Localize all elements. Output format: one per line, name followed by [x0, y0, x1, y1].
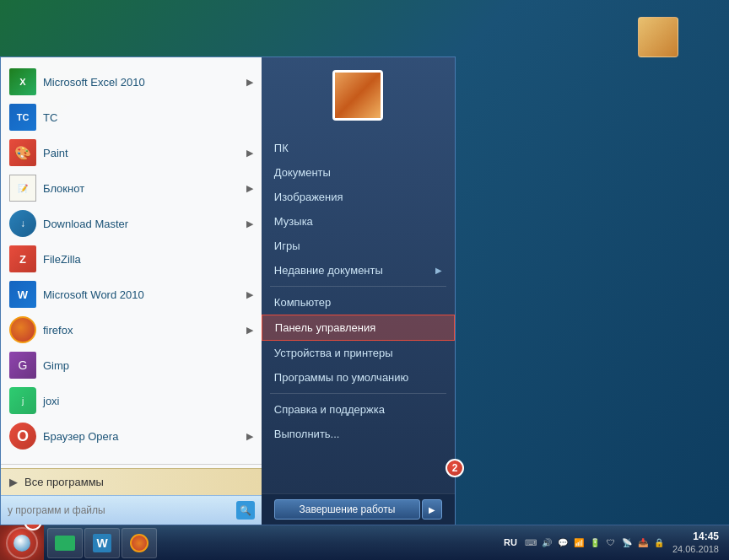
- gimp-icon: G: [9, 352, 36, 379]
- menu-item-filezilla[interactable]: Z FileZilla: [1, 241, 262, 277]
- language-indicator[interactable]: RU: [500, 537, 521, 547]
- help-label: Справка и поддержка: [274, 403, 385, 416]
- menu-item-firefox[interactable]: firefox ▶: [1, 312, 262, 347]
- taskbar-app-word[interactable]: W: [84, 528, 120, 558]
- taskbar-right: RU ⌨ 🔊 💬 📶 🔋 🛡 📡 📥 🔒 14:45 24.06.2018: [500, 530, 729, 556]
- right-menu-item-computer[interactable]: Компьютер: [262, 290, 455, 315]
- tc-icon: TC: [9, 104, 36, 131]
- excel-label: Microsoft Excel 2010: [43, 76, 145, 89]
- docs-label: Документы: [274, 166, 331, 179]
- control-panel-label: Панель управления: [275, 321, 375, 334]
- tray-icon-6[interactable]: 📡: [620, 536, 634, 549]
- menu-item-opera[interactable]: O Браузер Opera ▶: [1, 418, 262, 454]
- computer-label: Компьютер: [274, 296, 331, 309]
- notepad-arrow: ▶: [246, 183, 253, 194]
- dm-label: Download Master: [43, 218, 128, 230]
- right-menu-item-run[interactable]: Выполнить...: [262, 422, 455, 446]
- search-bar: 🔍: [1, 495, 262, 525]
- paint-icon: 🎨: [9, 139, 36, 166]
- pc-label: ПК: [274, 142, 289, 154]
- menu-item-gimp[interactable]: G Gimp: [1, 347, 262, 383]
- all-programs-button[interactable]: ▶ Все программы: [1, 468, 262, 495]
- right-menu-item-music[interactable]: Музыка: [262, 209, 455, 234]
- right-menu-items: ПК Документы Изображения Музыка Игры Нед…: [262, 129, 455, 493]
- right-menu-item-control-panel[interactable]: Панель управления 2: [262, 315, 455, 341]
- right-menu-item-defaults[interactable]: Программы по умолчанию: [262, 365, 455, 390]
- opera-label: Браузер Opera: [43, 430, 118, 443]
- menu-item-joxi[interactable]: j joxi: [1, 383, 262, 418]
- gimp-label: Gimp: [43, 359, 69, 372]
- monitor-icon: [55, 536, 75, 551]
- menu-item-paint[interactable]: 🎨 Paint ▶: [1, 135, 262, 170]
- menu-item-notepad[interactable]: 📝 Блокнот ▶: [1, 170, 262, 206]
- word-label: Microsoft Word 2010: [43, 288, 144, 301]
- run-label: Выполнить...: [274, 428, 340, 440]
- tray-icon-1[interactable]: ⌨: [524, 536, 537, 549]
- right-menu-item-help[interactable]: Справка и поддержка: [262, 397, 455, 422]
- tray-icon-2[interactable]: 🔊: [540, 536, 554, 549]
- desktop: X Microsoft Excel 2010 ▶ TC TC 🎨: [0, 0, 729, 560]
- menu-item-word[interactable]: W Microsoft Word 2010 ▶: [1, 277, 262, 312]
- badge-2: 2: [446, 459, 464, 477]
- clock-time: 14:45: [693, 530, 719, 544]
- tray-icon-skype[interactable]: 💬: [556, 536, 570, 549]
- right-menu-item-devices[interactable]: Устройства и принтеры: [262, 341, 455, 365]
- search-button[interactable]: 🔍: [236, 501, 255, 520]
- right-menu-item-games[interactable]: Игры: [262, 234, 455, 258]
- avatar: [332, 70, 383, 121]
- word-taskbar-icon: W: [93, 534, 111, 552]
- shutdown-arrow-button[interactable]: ▶: [422, 499, 442, 520]
- taskbar-apps: W: [44, 525, 160, 560]
- right-divider-1: [270, 286, 446, 287]
- all-programs-label: Все программы: [24, 476, 104, 488]
- filezilla-label: FileZilla: [43, 253, 81, 266]
- menu-item-dm[interactable]: ↓ Download Master ▶: [1, 206, 262, 241]
- user-avatar-area: [262, 57, 455, 129]
- joxi-label: joxi: [43, 395, 60, 407]
- start-menu: X Microsoft Excel 2010 ▶ TC TC 🎨: [0, 57, 456, 525]
- system-tray: ⌨ 🔊 💬 📶 🔋 🛡 📡 📥 🔒: [524, 536, 666, 549]
- clock-area[interactable]: 14:45 24.06.2018: [669, 530, 722, 556]
- firefox-taskbar-icon: [130, 534, 148, 552]
- right-menu-item-pc[interactable]: ПК: [262, 136, 455, 160]
- taskbar-app-monitor[interactable]: [47, 528, 83, 558]
- tray-icon-5[interactable]: 🛡: [604, 536, 618, 549]
- menu-item-excel[interactable]: X Microsoft Excel 2010 ▶: [1, 64, 262, 100]
- menu-divider: [1, 464, 262, 465]
- shutdown-label: Завершение работы: [299, 503, 395, 515]
- tray-icon-3[interactable]: 📶: [572, 536, 586, 549]
- firefox-icon: [9, 316, 36, 343]
- recent-label: Недавние документы: [274, 264, 383, 277]
- start-orb: [6, 527, 38, 559]
- right-menu-item-recent[interactable]: Недавние документы ▶: [262, 258, 455, 283]
- orb-icon: [14, 535, 30, 552]
- right-menu-item-docs[interactable]: Документы: [262, 160, 455, 185]
- taskbar-app-firefox[interactable]: [122, 528, 157, 558]
- music-label: Музыка: [274, 215, 313, 228]
- desktop-icon-flower[interactable]: [638, 17, 678, 57]
- dm-icon: ↓: [9, 210, 36, 237]
- word-icon: W: [9, 281, 36, 308]
- tray-icon-8[interactable]: 🔒: [652, 536, 666, 549]
- menu-item-tc[interactable]: TC TC: [1, 100, 262, 135]
- avatar-image: [335, 73, 381, 118]
- start-menu-left: X Microsoft Excel 2010 ▶ TC TC 🎨: [1, 57, 262, 525]
- joxi-icon: j: [9, 387, 36, 414]
- images-label: Изображения: [274, 191, 343, 203]
- firefox-arrow: ▶: [246, 325, 253, 336]
- dm-arrow: ▶: [246, 218, 253, 229]
- start-menu-right: ПК Документы Изображения Музыка Игры Нед…: [262, 57, 455, 525]
- right-divider-2: [270, 393, 446, 394]
- search-input[interactable]: [8, 504, 236, 516]
- taskbar: 1 W RU ⌨ 🔊 💬 📶 🔋 🛡: [0, 525, 729, 560]
- right-menu-item-images[interactable]: Изображения: [262, 185, 455, 209]
- opera-arrow: ▶: [246, 431, 253, 442]
- games-label: Игры: [274, 240, 300, 252]
- notepad-icon: 📝: [9, 175, 36, 202]
- shutdown-button[interactable]: Завершение работы: [274, 499, 420, 520]
- tray-icon-4[interactable]: 🔋: [588, 536, 602, 549]
- recent-arrow: ▶: [435, 266, 442, 275]
- devices-label: Устройства и принтеры: [274, 347, 393, 359]
- tray-icon-7[interactable]: 📥: [636, 536, 650, 549]
- start-button[interactable]: [0, 525, 44, 561]
